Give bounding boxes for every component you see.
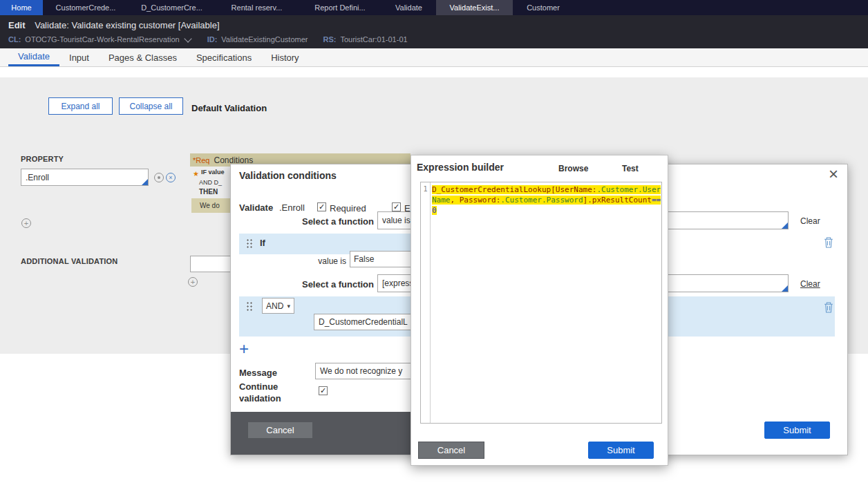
add-validation-icon[interactable]: + bbox=[188, 277, 198, 287]
plus-glyph: + bbox=[191, 278, 195, 286]
expression-corner-icon bbox=[782, 222, 788, 229]
tab-report-definition[interactable]: Report Defini... bbox=[299, 0, 381, 15]
function-input-value: value is bbox=[382, 216, 411, 225]
value-select-value: False bbox=[354, 254, 374, 264]
required-checkbox[interactable]: ✓ bbox=[317, 202, 326, 211]
expression-cancel-button[interactable]: Cancel bbox=[418, 442, 484, 459]
expression-submit-button[interactable]: Submit bbox=[588, 442, 654, 459]
expression-corner-icon bbox=[782, 285, 788, 292]
expression-code[interactable]: D_CustomerCredentialLookup[UserName:.Cus… bbox=[431, 182, 661, 423]
add-property-icon[interactable]: + bbox=[21, 218, 31, 228]
close-icon[interactable]: × bbox=[829, 166, 838, 182]
condition-message-snippet: We do bbox=[191, 198, 230, 213]
and-operator-select[interactable]: AND ▾ bbox=[262, 298, 294, 314]
required-checkbox-label: Required bbox=[330, 203, 366, 214]
property-input[interactable]: .Enroll bbox=[21, 169, 149, 186]
rule-tab-pages-classes[interactable]: Pages & Classes bbox=[99, 48, 187, 66]
tab-validate[interactable]: Validate bbox=[381, 0, 436, 15]
rule-title: Edit Validate: Validate existing custome… bbox=[8, 20, 220, 30]
expression-corner-icon bbox=[142, 179, 148, 185]
plus-glyph: + bbox=[24, 220, 28, 227]
function-input-2-value: [express bbox=[382, 278, 413, 288]
trash-icon[interactable] bbox=[824, 237, 833, 248]
add-condition-icon[interactable]: + bbox=[239, 341, 249, 357]
validate-label: Validate bbox=[239, 202, 273, 213]
trash-icon[interactable] bbox=[824, 302, 833, 313]
tab-d-customercredential[interactable]: D_CustomerCre... bbox=[129, 0, 215, 15]
condition-if-snippet: IF value bbox=[201, 169, 225, 176]
rs-value: TouristCar:01-01-01 bbox=[340, 35, 407, 44]
tab-validate-existing[interactable]: ValidateExist... bbox=[436, 0, 513, 15]
rule-tab-specifications[interactable]: Specifications bbox=[187, 48, 261, 66]
submit-button[interactable]: Submit bbox=[764, 422, 830, 439]
property-input-value: .Enroll bbox=[26, 173, 49, 182]
browse-button[interactable]: Browse bbox=[558, 164, 588, 173]
enable-checkbox[interactable]: ✓ bbox=[392, 202, 401, 211]
condition-then-snippet: THEN bbox=[199, 188, 218, 196]
test-button[interactable]: Test bbox=[622, 164, 639, 173]
expression-editor[interactable]: 1 D_CustomerCredentialLookup[UserName:.C… bbox=[420, 182, 662, 424]
condition-and-snippet: AND D_ bbox=[199, 179, 222, 186]
cl-label: CL: bbox=[8, 35, 21, 44]
tab-home[interactable]: Home bbox=[0, 0, 43, 15]
rs-label: RS: bbox=[323, 35, 336, 44]
tab-rental-reservation[interactable]: Rental reserv... bbox=[215, 0, 299, 15]
window-tab-bar: Home CustomerCrede... D_CustomerCre... R… bbox=[0, 0, 868, 15]
additional-validation-label: ADDITIONAL VALIDATION bbox=[21, 257, 117, 265]
rule-meta: CL: OTOC7G-TouristCar-Work-RentalReserva… bbox=[8, 35, 408, 44]
id-value: ValidateExistingCustomer bbox=[221, 35, 308, 44]
message-input-value: We do not recognize y bbox=[320, 366, 402, 376]
rule-header: Edit Validate: Validate existing custome… bbox=[0, 15, 868, 48]
check-icon: ✓ bbox=[320, 387, 326, 395]
value-is-label: value is bbox=[300, 256, 346, 266]
clear-circle-icon[interactable]: × bbox=[166, 173, 176, 182]
expression-builder-title: Expression builder bbox=[417, 162, 504, 173]
clear-link-2[interactable]: Clear bbox=[800, 279, 820, 289]
rule-tab-input[interactable]: Input bbox=[59, 48, 99, 66]
tab-customer[interactable]: Customer bbox=[513, 0, 574, 15]
cl-value: OTOC7G-TouristCar-Work-RentalReservation bbox=[25, 35, 179, 44]
property-label: PROPERTY bbox=[21, 155, 64, 163]
message-label: Message bbox=[239, 368, 277, 378]
drag-handle[interactable] bbox=[246, 301, 253, 312]
select-function-label-2: Select a function bbox=[298, 279, 374, 290]
rule-tab-validate[interactable]: Validate bbox=[8, 48, 59, 66]
select-function-label: Select a function bbox=[298, 216, 374, 227]
continue-validation-checkbox[interactable]: ✓ bbox=[319, 386, 328, 395]
rule-title-text: Validate: Validate existing customer [Av… bbox=[35, 20, 219, 30]
cancel-button[interactable]: Cancel bbox=[247, 422, 313, 439]
warning-star-icon: ★ bbox=[193, 170, 199, 178]
check-icon: ✓ bbox=[319, 203, 325, 211]
rule-tab-bar: Validate Input Pages & Classes Specifica… bbox=[0, 48, 868, 67]
expression-builder-modal: Expression builder Browse Test 1 D_Custo… bbox=[411, 155, 668, 466]
required-marker: *Req bbox=[193, 156, 209, 164]
validate-property: .Enroll bbox=[279, 202, 305, 213]
tab-customercredential[interactable]: CustomerCrede... bbox=[43, 0, 129, 15]
collapse-all-button[interactable]: Collapse all bbox=[119, 97, 183, 115]
caret-down-icon: ▾ bbox=[287, 303, 290, 310]
modal-title: Validation conditions bbox=[239, 170, 337, 181]
and-operator-value: AND bbox=[266, 301, 283, 311]
clear-link[interactable]: Clear bbox=[800, 216, 820, 226]
if-label: If bbox=[260, 238, 265, 248]
edit-label: Edit bbox=[8, 20, 26, 30]
check-icon: ✓ bbox=[393, 203, 399, 211]
app-window: Home CustomerCrede... D_CustomerCre... R… bbox=[0, 0, 868, 483]
line-number-gutter: 1 bbox=[421, 182, 431, 423]
rule-tab-history[interactable]: History bbox=[261, 48, 308, 66]
default-validation-title: Default Validation bbox=[191, 103, 267, 113]
target-icon[interactable] bbox=[154, 173, 164, 182]
chevron-down-icon[interactable] bbox=[184, 35, 191, 42]
expression-input-value: D_CustomerCredentialL bbox=[319, 317, 408, 327]
id-label: ID: bbox=[207, 35, 218, 44]
expand-all-button[interactable]: Expand all bbox=[48, 97, 113, 115]
drag-handle[interactable] bbox=[246, 238, 253, 249]
clear-x-glyph: × bbox=[169, 175, 172, 181]
continue-validation-label: Continue validation bbox=[239, 381, 297, 404]
